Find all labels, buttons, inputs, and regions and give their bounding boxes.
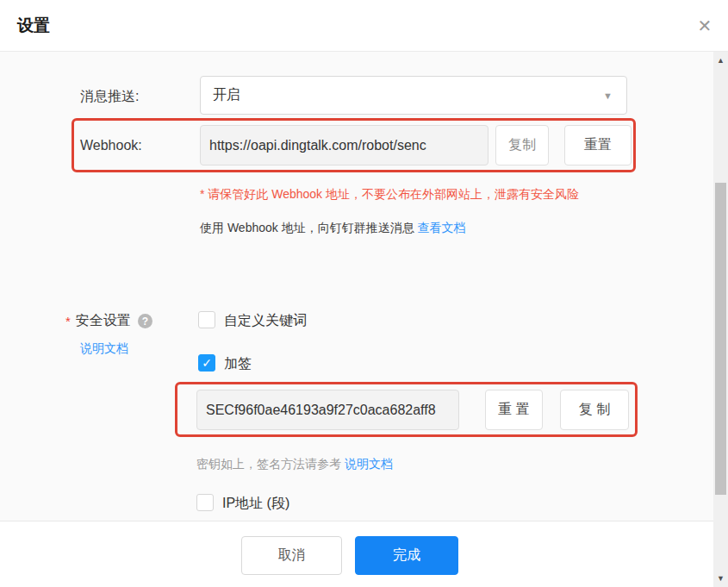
sign-checkbox[interactable]: ✓ [198,354,215,372]
scrollbar-thumb[interactable] [715,183,726,495]
settings-dialog: 设置 ✕ 消息推送: 开启 ▼ Webhook: 复制 重置 * 请保管好此 W… [0,0,728,587]
webhook-reset-button[interactable]: 重置 [564,125,632,165]
sign-checkbox-label[interactable]: 加签 [224,355,252,373]
view-docs-link[interactable]: 查看文档 [418,221,466,234]
required-asterisk: * [65,314,71,328]
dialog-footer: 取消 完成 [0,521,728,587]
security-doc-link-wrap: 说明文档 [80,341,128,357]
scroll-down-icon[interactable]: ▼ [713,571,728,585]
sign-secret-input[interactable] [196,390,459,430]
webhook-label: Webhook: [80,138,142,153]
message-push-select[interactable]: 开启 ▼ [200,76,627,115]
webhook-copy-button[interactable]: 复制 [495,125,549,165]
sign-doc-link[interactable]: 说明文档 [345,457,393,471]
sign-copy-button[interactable]: 复 制 [560,390,629,430]
message-push-value: 开启 [213,86,240,104]
scroll-up-icon[interactable]: ▲ [713,53,728,67]
ip-checkbox[interactable] [196,494,214,511]
security-doc-link[interactable]: 说明文档 [80,341,128,355]
ip-checkbox-label[interactable]: IP地址 (段) [222,495,289,513]
security-settings-label-row: * 安全设置 ? [65,312,152,330]
webhook-usage-text: 使用 Webhook 地址，向钉钉群推送消息 查看文档 [200,221,466,236]
scrollbar[interactable]: ▲ ▼ [713,52,728,587]
help-icon[interactable]: ? [138,314,152,328]
sign-note-text: 密钥如上，签名方法请参考 说明文档 [196,457,393,472]
webhook-url-input[interactable] [200,125,488,165]
dialog-header: 设置 ✕ [0,0,728,52]
cancel-button[interactable]: 取消 [241,536,342,575]
check-icon: ✓ [202,356,212,370]
security-settings-label: 安全设置 [76,312,131,330]
sign-reset-button[interactable]: 重 置 [485,390,543,430]
done-button[interactable]: 完成 [355,536,458,575]
sign-note-label: 密钥如上，签名方法请参考 [196,457,345,471]
close-icon[interactable]: ✕ [693,14,717,38]
dialog-title: 设置 [17,15,50,37]
keyword-checkbox-label[interactable]: 自定义关键词 [224,312,307,330]
webhook-warning-text: * 请保管好此 Webhook 地址，不要公布在外部网站上，泄露有安全风险 [200,187,579,203]
keyword-checkbox[interactable] [198,311,215,328]
chevron-down-icon: ▼ [603,91,613,101]
message-push-label: 消息推送: [80,88,139,106]
webhook-usage-label: 使用 Webhook 地址，向钉钉群推送消息 [200,221,418,234]
